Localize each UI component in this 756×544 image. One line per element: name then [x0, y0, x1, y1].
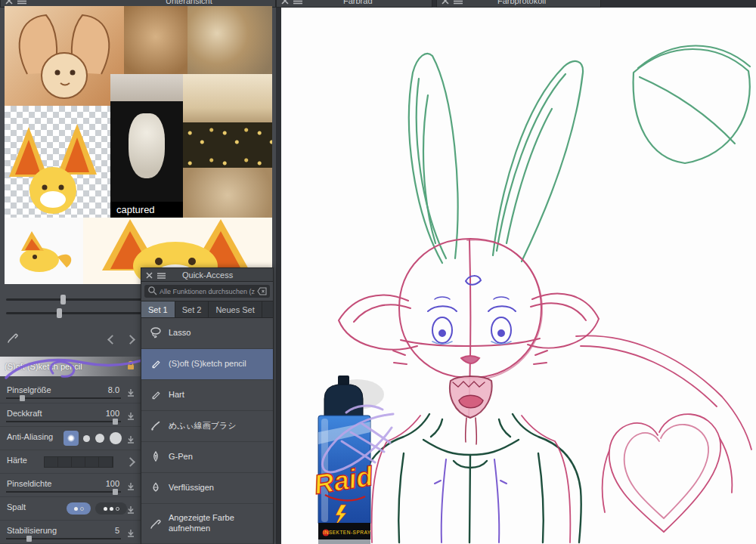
reference-photo — [183, 168, 272, 218]
reference-image — [5, 6, 124, 106]
prop-label: Pinselgröße — [7, 385, 51, 394]
search-bar[interactable] — [144, 285, 270, 298]
prop-slider-handle[interactable] — [113, 419, 118, 425]
prev-image-button[interactable] — [107, 335, 117, 345]
download-icon[interactable] — [126, 410, 135, 424]
expand-icon[interactable] — [125, 457, 135, 467]
next-image-button[interactable] — [125, 335, 135, 345]
quick-access-item-mefi-brush[interactable]: めふぃ線画ブラシ — [141, 411, 273, 442]
quick-access-titlebar[interactable]: Quick-Access — [141, 268, 273, 282]
slider-track[interactable] — [6, 298, 142, 301]
quick-access-item-liquify[interactable]: Verflüssigen — [141, 473, 273, 504]
raid-band-text: INSEKTEN-SPRAY — [323, 530, 370, 535]
quick-access-panel: Quick-Access Set 1 Set 2 Neues Set Lasso — [141, 267, 274, 544]
current-tool-name: (S)oft (S)ketch pencil — [5, 362, 125, 371]
drawing-canvas[interactable]: Raid INSEKTEN-SPRAY — [281, 8, 756, 544]
menu-icon[interactable] — [157, 268, 166, 282]
close-icon[interactable] — [281, 0, 289, 8]
prop-value: 100 — [106, 409, 119, 418]
tab-set-1[interactable]: Set 1 — [141, 301, 175, 317]
fennekin-art — [5, 106, 110, 218]
reference-art-fennekin — [5, 106, 110, 218]
aa-option[interactable] — [83, 435, 90, 442]
prop-slider-handle[interactable] — [113, 489, 118, 495]
sketch-green — [409, 46, 750, 264]
aa-option[interactable] — [110, 432, 122, 444]
prop-label: Stabilisierung — [7, 526, 57, 535]
slider-handle[interactable] — [57, 308, 62, 318]
reference-photo — [110, 74, 183, 101]
prop-value: 100 — [106, 479, 119, 488]
prop-label: Härte — [7, 456, 27, 465]
prop-row-brush-size[interactable]: Pinselgröße 8.0 — [0, 380, 141, 403]
prop-slider-track[interactable] — [6, 421, 121, 422]
search-input[interactable] — [160, 288, 255, 295]
download-icon[interactable] — [126, 434, 135, 447]
download-icon[interactable] — [126, 387, 135, 400]
slider-handle[interactable] — [60, 295, 66, 304]
current-tool-bar[interactable]: (S)oft (S)ketch pencil — [0, 357, 141, 376]
prop-row-hardness[interactable]: Härte — [0, 450, 141, 474]
prop-row-density[interactable]: Pinseldichte 100 — [0, 474, 141, 497]
prop-row-antialiasing[interactable]: Anti-Aliasing — [0, 427, 141, 450]
tab-new-set[interactable]: Neues Set — [209, 301, 262, 317]
panel-title: Unteransicht — [166, 0, 212, 5]
menu-icon[interactable] — [293, 0, 302, 8]
aa-option[interactable] — [95, 434, 104, 443]
sketch-body — [361, 414, 581, 542]
aa-option-soft-selected[interactable] — [64, 431, 79, 446]
reference-photo — [183, 74, 272, 122]
download-icon[interactable] — [126, 504, 135, 518]
prop-label: Anti-Aliasing — [7, 432, 53, 441]
eyedropper-toggle-icon[interactable] — [7, 331, 19, 346]
prop-row-opacity[interactable]: Deckkraft 100 — [0, 403, 141, 427]
lasso-icon — [150, 326, 162, 340]
quick-access-item-gpen[interactable]: G-Pen — [141, 442, 273, 473]
sketch-magenta — [372, 335, 751, 542]
prop-slider-handle[interactable] — [26, 536, 32, 542]
quick-access-item-lasso[interactable]: Lasso — [141, 318, 273, 349]
download-icon[interactable] — [126, 481, 135, 494]
clear-search-icon[interactable] — [257, 285, 267, 298]
liquify-icon — [150, 481, 162, 495]
gap-option-selected[interactable] — [67, 502, 91, 515]
prop-slider-track[interactable] — [6, 538, 121, 539]
reference-photo-sparkles — [183, 122, 272, 168]
canvas-sketch: Raid INSEKTEN-SPRAY — [281, 8, 756, 544]
prop-row-gap[interactable]: Spalt — [0, 497, 141, 521]
sketch-mouth — [450, 376, 492, 444]
colorwheel-titlebar[interactable]: Farbrad — [276, 0, 432, 8]
pencil-icon — [150, 388, 162, 402]
panel-title: Quick-Access — [182, 270, 233, 280]
prop-slider-track[interactable] — [6, 491, 121, 493]
gap-option[interactable] — [95, 502, 127, 515]
brush-icon — [150, 419, 162, 433]
subview-zoom-slider[interactable] — [6, 295, 142, 304]
prop-row-stabilization[interactable]: Stabilisierung 5 — [0, 521, 141, 544]
quick-access-item-pick-color[interactable]: Angezeigte Farbe aufnehmen — [141, 504, 273, 544]
tab-set-2[interactable]: Set 2 — [175, 301, 209, 317]
quick-access-item-sketch-pencil[interactable]: (S)oft (S)ketch pencil — [141, 349, 273, 380]
reference-art-fennekin — [5, 218, 83, 284]
prop-label: Pinseldichte — [7, 479, 51, 488]
slider-track[interactable] — [6, 312, 142, 314]
reference-collage: captured — [5, 6, 272, 284]
prop-value: 8.0 — [108, 385, 119, 394]
subview-rotate-slider[interactable] — [6, 308, 142, 318]
prop-slider-track[interactable] — [6, 397, 121, 399]
quick-access-item-hart[interactable]: Hart — [141, 380, 273, 411]
fennec-art — [5, 6, 124, 106]
close-icon[interactable] — [442, 0, 449, 8]
lock-icon[interactable] — [125, 360, 136, 373]
fennekin-art — [5, 218, 83, 284]
download-icon[interactable] — [126, 527, 135, 541]
fennec-photo-shape — [129, 113, 165, 178]
menu-icon[interactable] — [454, 0, 463, 8]
prop-slider-handle[interactable] — [20, 395, 25, 401]
search-icon — [147, 285, 157, 298]
prop-label: Spalt — [7, 502, 26, 512]
reference-photo-captured: captured — [110, 101, 183, 218]
close-icon[interactable] — [146, 268, 153, 282]
hardness-segments[interactable] — [44, 456, 113, 468]
colorhistory-titlebar[interactable]: Farbprotokoll — [436, 0, 601, 8]
